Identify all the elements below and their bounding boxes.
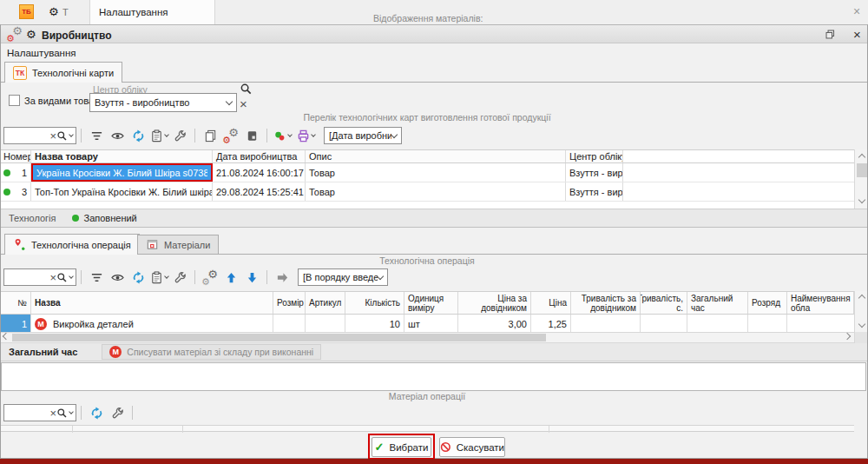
operation-notes-field[interactable] [1, 362, 866, 391]
search-icon[interactable] [56, 130, 68, 142]
status-label: Технологія [9, 213, 56, 223]
move-up-icon[interactable] [220, 267, 241, 288]
scroll-right-icon[interactable] [844, 333, 851, 340]
total-time-label: Загальний час [9, 347, 77, 357]
partial-label: Т [62, 7, 69, 17]
table-row[interactable]: 1 Україна Кросівки Ж. Білий Шкіра s0738 … [0, 163, 854, 182]
operation-search-box[interactable]: × [3, 268, 76, 286]
status-badge: Заповнений [72, 213, 137, 223]
writeoff-material-toggle[interactable]: М Списувати матеріал зі складу при викон… [102, 344, 321, 360]
view-icon[interactable] [107, 125, 128, 146]
clear-search-icon[interactable]: × [49, 408, 56, 419]
tools-icon[interactable] [169, 267, 190, 288]
select-button[interactable]: ✓ Вибрати [372, 437, 431, 457]
tools-icon[interactable] [169, 125, 190, 146]
status-dot-icon [3, 169, 10, 176]
scrollbar-thumb[interactable] [12, 334, 546, 341]
operation-footer-strip: Загальний час М Списувати матеріал зі ск… [0, 343, 868, 361]
scroll-up-icon[interactable] [858, 295, 865, 302]
search-icon[interactable] [56, 272, 68, 283]
route-pin-icon [13, 238, 26, 251]
card-status-strip: Технологія Заповнений [0, 209, 868, 228]
chevron-down-icon [226, 97, 233, 104]
scroll-up-icon[interactable] [858, 154, 865, 161]
cards-search-box[interactable]: × [3, 127, 76, 144]
search-icon[interactable] [56, 408, 68, 419]
accounting-center-select[interactable]: Взуття - виробництво [89, 93, 237, 112]
prohibit-icon [440, 441, 451, 453]
divider [194, 129, 195, 143]
cards-table-header[interactable]: Номер Назва товару Дата виробництва Опис… [0, 149, 854, 163]
operation-vertical-scrollbar[interactable] [854, 291, 868, 332]
cards-vertical-scrollbar[interactable] [854, 149, 868, 209]
cards-table: Номер Назва товару Дата виробництва Опис… [0, 149, 854, 209]
scrollbar-thumb[interactable] [857, 163, 867, 177]
table-row[interactable]: 3 Топ-Топ Україна Кросівки Ж. Білий шкір… [0, 182, 854, 202]
report-icon[interactable] [148, 267, 169, 288]
tools-icon[interactable] [107, 402, 128, 423]
operation-table-header[interactable]: № Назва Розмір Артикул Кількість Одиниця… [0, 291, 854, 315]
check-icon: ✓ [375, 441, 385, 454]
search-options-chevron-icon[interactable] [69, 274, 74, 279]
filter-icon[interactable] [86, 267, 107, 288]
move-down-icon[interactable] [241, 267, 262, 288]
copy-icon[interactable] [200, 125, 220, 146]
operation-search-input[interactable] [7, 272, 49, 282]
cards-sort-select[interactable]: [Дата виробництва] (пр [324, 127, 402, 144]
tab-tech-cards[interactable]: ТК Технологічні карти [4, 62, 122, 83]
tab-tech-operation[interactable]: Технологічна операція [4, 234, 140, 255]
operation-horizontal-scrollbar[interactable] [0, 332, 854, 343]
status-dot-icon [3, 189, 10, 196]
report-icon[interactable] [148, 125, 169, 146]
refresh-icon[interactable] [86, 402, 107, 423]
selected-row-number: 1 [0, 315, 31, 333]
dialog-close-icon[interactable]: × [853, 28, 861, 41]
chevron-down-icon [391, 130, 398, 137]
search-options-chevron-icon[interactable] [69, 132, 74, 137]
refresh-icon[interactable] [128, 125, 148, 146]
background-tab-settings[interactable]: Налаштування [89, 0, 215, 24]
settings-gears-icon[interactable]: ⚙⚙ [220, 125, 241, 146]
restore-window-icon[interactable] [825, 29, 836, 40]
material-badge-icon: М [35, 318, 47, 330]
dialog-titlebar[interactable] [0, 24, 868, 43]
search-center-icon[interactable] [240, 83, 253, 96]
divider [81, 129, 82, 143]
app-logo: ТБ [19, 4, 34, 19]
background-close-icon[interactable]: × [853, 5, 860, 17]
cards-toolbar: × ⚙⚙ [Дата виробництва] (пр [0, 123, 868, 149]
tab-materials[interactable]: Матеріали [137, 235, 219, 255]
scroll-down-icon[interactable] [858, 321, 865, 328]
tk-badge-icon: ТК [13, 66, 27, 80]
material-search-box[interactable]: × [3, 404, 76, 421]
by-product-type-checkbox[interactable] [9, 95, 20, 106]
search-options-chevron-icon[interactable] [69, 409, 74, 414]
cards-search-input[interactable] [7, 130, 49, 141]
clear-search-icon[interactable]: × [49, 272, 56, 283]
tabline-1 [0, 82, 868, 83]
material-search-input[interactable] [7, 408, 49, 418]
screen: ТБ ⚙ Т Налаштування Відображення матеріа… [0, 0, 868, 464]
settings-gears-icon[interactable]: ⚙⚙ [200, 267, 220, 288]
divider [81, 270, 82, 284]
forward-arrow-icon[interactable] [272, 267, 293, 288]
scroll-left-icon[interactable] [3, 333, 10, 340]
clear-center-icon[interactable]: × [240, 97, 247, 110]
chevron-down-icon [377, 272, 384, 279]
operation-sort-select[interactable]: [В порядку введення] [298, 268, 388, 286]
operation-row[interactable]: 1 МВикройка деталей 10 шт 3,00 1,25 [0, 315, 854, 334]
view-icon[interactable] [107, 267, 128, 288]
cancel-button[interactable]: Скасувати [439, 437, 505, 457]
filter-icon[interactable] [86, 125, 107, 146]
dialog-title: Виробництво [42, 30, 112, 42]
divider [194, 270, 195, 284]
clear-search-icon[interactable]: × [49, 130, 56, 142]
print-icon[interactable] [293, 125, 319, 146]
selected-card-cell[interactable]: Україна Кросівки Ж. Білий Шкіра s0738 38… [31, 163, 213, 182]
export-icon[interactable] [241, 125, 262, 146]
scroll-down-icon[interactable] [858, 196, 865, 203]
status-colors-icon[interactable] [272, 125, 293, 146]
filled-dot-icon [72, 215, 79, 222]
refresh-icon[interactable] [128, 267, 148, 288]
gear-icon[interactable]: ⚙ [49, 6, 59, 17]
